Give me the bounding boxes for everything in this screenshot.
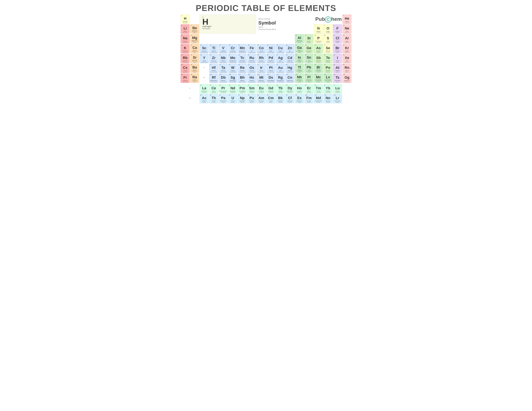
element-ra[interactable]: 88 Ra Radium Alkaline Earth Metal — [190, 74, 199, 83]
element-fr[interactable]: 87 Fr Francium Alkali Metal — [180, 74, 190, 83]
element-y[interactable]: 39 Y Yttrium Transition Metal — [200, 54, 209, 63]
element-w[interactable]: 74 W Tungsten Transition Metal — [228, 64, 237, 73]
element-zn[interactable]: 30 Zn Zinc Transition Metal — [285, 44, 294, 53]
element-ga[interactable]: 31 Ga Gallium Post-Transition Metal — [295, 44, 304, 53]
element-tb[interactable]: 65 Tb Terbium Lanthanide — [276, 84, 285, 93]
element-np[interactable]: 93 Np Neptunium Actinide — [238, 94, 247, 103]
element-hs[interactable]: 108 Hs Hassium Transition Metal — [247, 74, 256, 83]
element-mc[interactable]: 115 Mc Moscovium Post-Transition Metal — [314, 74, 323, 83]
element-rn[interactable]: 86 Rn Radon Noble Gas — [342, 64, 352, 73]
element-br[interactable]: 35 Br Bromine Halogen — [333, 44, 342, 53]
element-as[interactable]: 33 As Arsenic Metalloid — [314, 44, 323, 53]
element-v[interactable]: 23 V Vanadium Transition Metal — [218, 44, 228, 53]
element-ac[interactable]: 89 Ac Actinium Actinide — [200, 94, 209, 103]
element-ca[interactable]: 20 Ca Calcium Alkaline Earth Metal — [190, 44, 199, 53]
element-ru[interactable]: 44 Ru Ruthenium Transition Metal — [247, 54, 256, 63]
element-yb[interactable]: 70 Yb Ytterbium Lanthanide — [323, 84, 332, 93]
element-in[interactable]: 49 In Indium Post-Transition Metal — [295, 54, 304, 63]
element-la[interactable]: 57 La Lanthanum Lanthanide — [200, 84, 209, 93]
element-ge[interactable]: 32 Ge Germanium Metalloid — [304, 44, 314, 53]
element-ti[interactable]: 22 Ti Titanium Transition Metal — [209, 44, 218, 53]
element-fm[interactable]: 100 Fm Fermium Actinide — [304, 94, 314, 103]
element-pu[interactable]: 94 Pu Plutonium Actinide — [247, 94, 256, 103]
element-po[interactable]: 84 Po Polonium Metalloid — [323, 64, 332, 73]
element-hg[interactable]: 80 Hg Mercury Transition Metal — [285, 64, 294, 73]
element-lv[interactable]: 116 Lv Livermorium Post-Transition Metal — [323, 74, 332, 83]
element-tc[interactable]: 43 Tc Technetium Transition Metal — [238, 54, 247, 63]
element-cm[interactable]: 96 Cm Curium Actinide — [266, 94, 275, 103]
element-fl[interactable]: 114 Fl Flerovium Post-Transition Metal — [304, 74, 314, 83]
element-zr[interactable]: 40 Zr Zirconium Transition Metal — [209, 54, 218, 63]
element-dy[interactable]: 66 Dy Dysprosium Lanthanide — [285, 84, 294, 93]
element-hf[interactable]: 72 Hf Hafnium Transition Metal — [209, 64, 218, 73]
element-o[interactable]: 8 O Oxygen Nonmetal — [323, 24, 332, 34]
element-sm[interactable]: 62 Sm Samarium Lanthanide — [247, 84, 256, 93]
element-fe[interactable]: 26 Fe Iron Transition Metal — [247, 44, 256, 53]
element-ta[interactable]: 73 Ta Tantalum Transition Metal — [218, 64, 228, 73]
element-k[interactable]: 19 K Potassium Alkali Metal — [180, 44, 190, 53]
element-sn[interactable]: 50 Sn Tin Post-Transition Metal — [304, 54, 314, 63]
element-u[interactable]: 92 U Uranium Actinide — [228, 94, 237, 103]
element-cr[interactable]: 24 Cr Chromium Transition Metal — [228, 44, 237, 53]
element-au[interactable]: 79 Au Gold Transition Metal — [276, 64, 285, 73]
element-md[interactable]: 101 Md Mendelevium Actinide — [314, 94, 323, 103]
element-sc[interactable]: 21 Sc Scandium Transition Metal — [200, 44, 209, 53]
element-ag[interactable]: 47 Ag Silver Transition Metal — [276, 54, 285, 63]
element-nb[interactable]: 41 Nb Niobium Transition Metal — [218, 54, 228, 63]
element-pt[interactable]: 78 Pt Platinum Transition Metal — [266, 64, 275, 73]
element-p[interactable]: 15 P Phosphorus Nonmetal — [314, 34, 323, 44]
element-db[interactable]: 105 Db Dubnium Transition Metal — [218, 74, 228, 83]
element-ir[interactable]: 77 Ir Iridium Transition Metal — [257, 64, 266, 73]
element-bh[interactable]: 107 Bh Bohrium Transition Metal — [238, 74, 247, 83]
element-am[interactable]: 95 Am Americium Actinide — [257, 94, 266, 103]
element-cn[interactable]: 112 Cn Copernicium Transition Metal — [285, 74, 294, 83]
element-og[interactable]: 118 Og Oganesson Noble Gas — [342, 74, 352, 83]
element-sb[interactable]: 51 Sb Antimony Metalloid — [314, 54, 323, 63]
element-ar[interactable]: 18 Ar Argon Noble Gas — [342, 34, 352, 44]
element-mo[interactable]: 42 Mo Molybdenum Transition Metal — [228, 54, 237, 63]
element-si[interactable]: 14 Si Silicon Metalloid — [304, 34, 314, 44]
element-ts[interactable]: 117 Ts Tennessine Halogen — [333, 74, 342, 83]
element-nh[interactable]: 113 Nh Nihonium Post-Transition Metal — [295, 74, 304, 83]
element-tl[interactable]: 81 Tl Thallium Post-Transition Metal — [295, 64, 304, 73]
element-al[interactable]: 13 Al Aluminum Post-Transition Metal — [295, 34, 304, 44]
element-co[interactable]: 27 Co Cobalt Transition Metal — [257, 44, 266, 53]
element-he[interactable]: 2 He Helium Noble Gas — [342, 15, 352, 24]
element-rh[interactable]: 45 Rh Rhodium Transition Metal — [257, 54, 266, 63]
element-kr[interactable]: 36 Kr Krypton Noble Gas — [342, 44, 352, 53]
element-ds[interactable]: 110 Ds Darmstadtium Transition Metal — [266, 74, 275, 83]
element-lu[interactable]: 71 Lu Lutetium Lanthanide — [333, 84, 342, 93]
element-pd[interactable]: 46 Pd Palladium Transition Metal — [266, 54, 275, 63]
element-be[interactable]: 4 Be Beryllium Alkaline Earth Metal — [190, 24, 199, 34]
element-n[interactable]: 7 N Nitrogen Nonmetal — [314, 24, 323, 34]
element-mn[interactable]: 25 Mn Manganese Transition Metal — [238, 44, 247, 53]
element-er[interactable]: 68 Er Erbium Lanthanide — [304, 84, 314, 93]
element-rg[interactable]: 111 Rg Roentgenium Transition Metal — [276, 74, 285, 83]
element-sg[interactable]: 106 Sg Seaborgium Transition Metal — [228, 74, 237, 83]
element-f[interactable]: 9 F Fluorine Halogen — [333, 24, 342, 34]
element-th[interactable]: 90 Th Thorium Actinide — [209, 94, 218, 103]
element-na[interactable]: 11 Na Sodium Alkali Metal — [180, 34, 190, 44]
element-lr[interactable]: 103 Lr Lawrencium Actinide — [333, 94, 342, 103]
element-cu[interactable]: 29 Cu Copper Transition Metal — [276, 44, 285, 53]
element-no[interactable]: 102 No Nobelium Actinide — [323, 94, 332, 103]
element-re[interactable]: 75 Re Rhenium Transition Metal — [238, 64, 247, 73]
element-pr[interactable]: 59 Pr Praseodymium Lanthanide — [218, 84, 228, 93]
element-bk[interactable]: 97 Bk Berkelium Actinide — [276, 94, 285, 103]
element-at[interactable]: 85 At Astatine Halogen — [333, 64, 342, 73]
element-ho[interactable]: 67 Ho Holmium Lanthanide — [295, 84, 304, 93]
element-mt[interactable]: 109 Mt Meitnerium Transition Metal — [257, 74, 266, 83]
element-xe[interactable]: 54 Xe Xenon Noble Gas — [342, 54, 352, 63]
element-mg[interactable]: 12 Mg Magnesium Alkaline Earth Metal — [190, 34, 199, 44]
element-ba[interactable]: 56 Ba Barium Alkaline Earth Metal — [190, 64, 199, 73]
element-cl[interactable]: 17 Cl Chlorine Halogen — [333, 34, 342, 44]
element-sr[interactable]: 38 Sr Strontium Alkaline Earth Metal — [190, 54, 199, 63]
element-h[interactable]: 1 H Hydrogen Nonmetal — [180, 15, 190, 24]
element-li[interactable]: 3 Li Lithium Alkali Metal — [180, 24, 190, 34]
element-gd[interactable]: 64 Gd Gadolinium Lanthanide — [266, 84, 275, 93]
element-rf[interactable]: 104 Rf Rutherfordium Transition Metal — [209, 74, 218, 83]
element-es[interactable]: 99 Es Einsteinium Actinide — [295, 94, 304, 103]
element-cs[interactable]: 55 Cs Cesium Alkali Metal — [180, 64, 190, 73]
element-cd[interactable]: 48 Cd Cadmium Transition Metal — [285, 54, 294, 63]
element-os[interactable]: 76 Os Osmium Transition Metal — [247, 64, 256, 73]
